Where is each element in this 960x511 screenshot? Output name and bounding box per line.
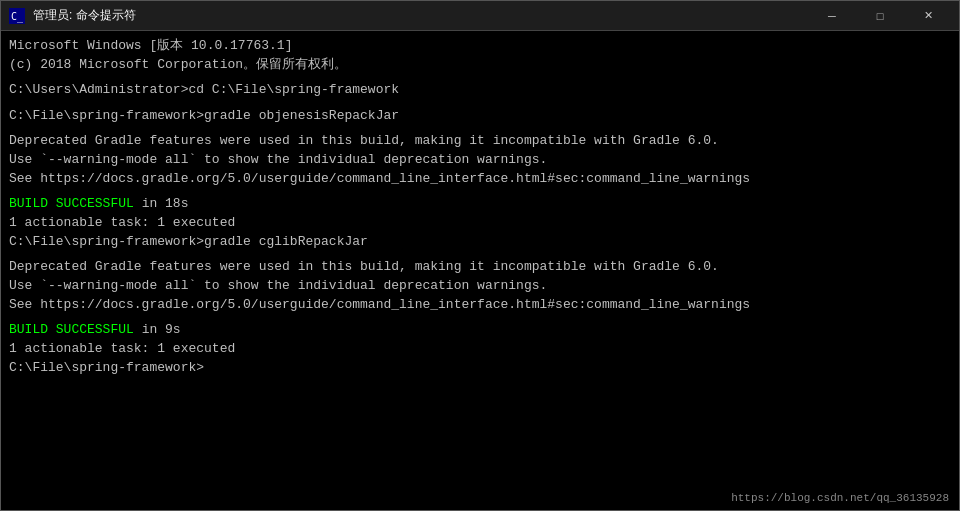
terminal-line: See https://docs.gradle.org/5.0/userguid… (9, 170, 951, 189)
terminal-line: C:\File\spring-framework>gradle cglibRep… (9, 233, 951, 252)
terminal-line: Deprecated Gradle features were used in … (9, 132, 951, 151)
terminal-line: BUILD SUCCESSFUL in 9s (9, 321, 951, 340)
svg-text:C_: C_ (11, 11, 24, 23)
title-bar-left: C_ 管理员: 命令提示符 (9, 7, 136, 24)
terminal-line: 1 actionable task: 1 executed (9, 214, 951, 233)
cmd-window: C_ 管理员: 命令提示符 ─ □ ✕ Microsoft Windows [版… (0, 0, 960, 511)
cmd-icon: C_ (9, 8, 25, 24)
window-controls: ─ □ ✕ (809, 1, 951, 31)
terminal-line: C:\Users\Administrator>cd C:\File\spring… (9, 81, 951, 100)
title-bar: C_ 管理员: 命令提示符 ─ □ ✕ (1, 1, 959, 31)
terminal-line: Use `--warning-mode all` to show the ind… (9, 277, 951, 296)
terminal-output: Microsoft Windows [版本 10.0.17763.1](c) 2… (9, 37, 951, 378)
maximize-button[interactable]: □ (857, 1, 903, 31)
close-button[interactable]: ✕ (905, 1, 951, 31)
terminal-line: C:\File\spring-framework>gradle objenesi… (9, 107, 951, 126)
terminal-line: Microsoft Windows [版本 10.0.17763.1] (9, 37, 951, 56)
terminal-line: (c) 2018 Microsoft Corporation。保留所有权利。 (9, 56, 951, 75)
terminal-line: BUILD SUCCESSFUL in 18s (9, 195, 951, 214)
window-title: 管理员: 命令提示符 (33, 7, 136, 24)
terminal-line: C:\File\spring-framework> (9, 359, 951, 378)
build-success-text: BUILD SUCCESSFUL (9, 196, 134, 211)
watermark: https://blog.csdn.net/qq_36135928 (731, 492, 949, 504)
minimize-button[interactable]: ─ (809, 1, 855, 31)
terminal-line: Deprecated Gradle features were used in … (9, 258, 951, 277)
terminal-line: 1 actionable task: 1 executed (9, 340, 951, 359)
terminal-area[interactable]: Microsoft Windows [版本 10.0.17763.1](c) 2… (1, 31, 959, 510)
terminal-line: Use `--warning-mode all` to show the ind… (9, 151, 951, 170)
build-success-text: BUILD SUCCESSFUL (9, 322, 134, 337)
terminal-line: See https://docs.gradle.org/5.0/userguid… (9, 296, 951, 315)
